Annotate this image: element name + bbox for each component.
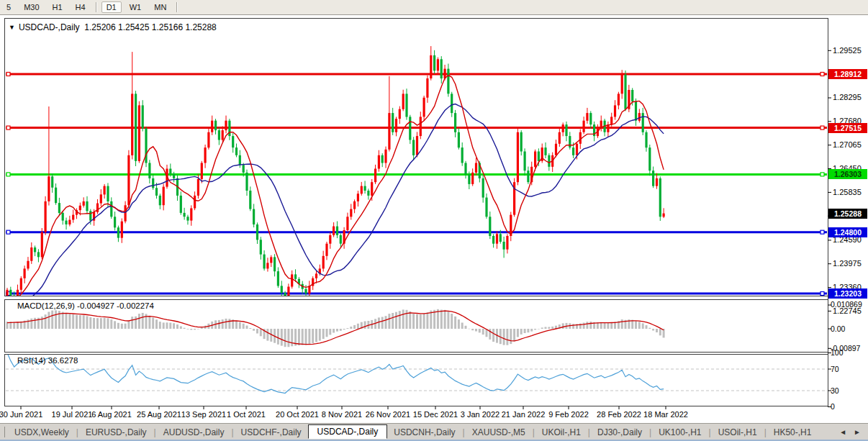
chart-dropdown-icon[interactable]: ▼	[9, 24, 15, 31]
date-axis-label: 21 Jan 2022	[502, 410, 546, 419]
timeframe-button-h4[interactable]: H4	[71, 1, 91, 13]
chart-tab-uk100[interactable]: UK100-,H1	[652, 426, 707, 439]
chart-tab-ukoil[interactable]: UKOil-,H1	[535, 426, 587, 439]
macd-axis-label: 0.00	[831, 324, 845, 333]
rsi-axis-label: 100	[831, 348, 844, 357]
timeframe-button-m30[interactable]: M30	[19, 1, 44, 13]
level-price-tag: 1.28912	[828, 69, 867, 79]
timeframe-button-mn[interactable]: MN	[149, 1, 171, 13]
rsi-axis-label: 0	[831, 402, 835, 411]
date-axis-label: 15 Dec 2021	[413, 410, 458, 419]
date-axis-label: 3 Jan 2022	[461, 410, 499, 419]
tab-stub	[0, 427, 5, 437]
tab-scroll-left-icon[interactable]: ◄	[839, 428, 846, 436]
price-tick-label: 1.23975	[833, 259, 862, 268]
current-price-tag: 1.25288	[828, 209, 867, 219]
date-axis-label: 18 Mar 2022	[643, 410, 688, 419]
trading-terminal: { "toolbar": { "buttons": [ {"label": "5…	[0, 0, 868, 441]
chart-symbol-label: USDCAD-,Daily	[19, 22, 80, 32]
date-axis-label: 13 Sep 2021	[181, 410, 226, 419]
date-axis-label: 6 Aug 2021	[91, 410, 132, 419]
date-axis-label: 25 Aug 2021	[137, 410, 181, 419]
chart-tab-bar: USDX,Weekly|EURUSD-,Daily|AUDUSD-,Daily|…	[0, 423, 868, 440]
macd-axis-label: 0.010869	[831, 300, 862, 309]
chart-tab-usoil[interactable]: USOil-,H1	[712, 426, 764, 439]
rsi-axis-label: 30	[831, 386, 839, 395]
price-tick-label: 1.25835	[833, 188, 862, 196]
chart-tab-usdx[interactable]: USDX,Weekly	[8, 426, 76, 439]
rsi-axis-label: 70	[831, 365, 839, 373]
chart-title: ▼USDCAD-,Daily 1.25206 1.25425 1.25166 1…	[9, 22, 217, 32]
chart-tab-usdchf[interactable]: USDCHF-,Daily	[235, 426, 308, 439]
tab-items: USDX,Weekly|EURUSD-,Daily|AUDUSD-,Daily|…	[8, 425, 818, 440]
chart-tab-xauusd[interactable]: XAUUSD-,M5	[466, 426, 532, 439]
level-price-tag: 1.27515	[828, 123, 867, 133]
timeframe-button-d1[interactable]: D1	[101, 1, 122, 13]
date-axis-label: 28 Feb 2022	[597, 410, 641, 419]
toolbar-separator	[176, 2, 177, 12]
chart-tab-usdcad[interactable]: USDCAD-,Daily	[308, 424, 388, 439]
timeframe-toolbar: 5M30H1H4D1W1MN	[0, 0, 868, 15]
timeframe-button-w1[interactable]: W1	[125, 1, 147, 13]
chart-ohlc-values: 1.25206 1.25425 1.25166 1.25288	[84, 22, 217, 32]
price-tick-label: 1.29525	[833, 46, 862, 55]
date-axis-label: 30 Jun 2021	[0, 410, 42, 419]
timeframe-button-h1[interactable]: H1	[48, 1, 68, 13]
macd-indicator-label: MACD(12,26,9) -0.004927 -0.002274	[17, 301, 154, 310]
timeframe-button-5[interactable]: 5	[1, 1, 16, 13]
toolbar-separator	[96, 2, 96, 12]
chart-tab-hk50[interactable]: HK50-,H1	[767, 426, 818, 439]
date-axis-label: 1 Oct 2021	[227, 410, 266, 419]
level-price-tag: 1.23203	[828, 288, 867, 299]
chart-window: ▼USDCAD-,Daily 1.25206 1.25425 1.25166 1…	[0, 15, 868, 423]
chart-tab-eurusd[interactable]: EURUSD-,Daily	[79, 426, 153, 439]
rsi-panel[interactable]	[4, 354, 828, 406]
chart-tab-dj30[interactable]: DJ30-,Daily	[591, 426, 648, 439]
date-axis-label: 20 Oct 2021	[276, 410, 319, 419]
level-price-tag: 1.24800	[828, 227, 867, 237]
price-chart-panel[interactable]	[4, 18, 828, 296]
level-price-tag: 1.26303	[828, 169, 867, 179]
chart-tab-audusd[interactable]: AUDUSD-,Daily	[157, 426, 231, 439]
date-axis-label: 19 Jul 2021	[52, 410, 93, 419]
date-axis-label: 26 Nov 2021	[366, 410, 410, 419]
chart-tab-usdcnh[interactable]: USDCNH-,Daily	[387, 426, 461, 439]
price-tick-label: 1.28295	[833, 93, 862, 101]
tab-scroll-arrows: ◄ ►	[839, 428, 861, 436]
date-axis-label: 9 Feb 2022	[548, 410, 589, 419]
tab-scroll-right-icon[interactable]: ►	[854, 428, 861, 436]
rsi-indicator-label: RSI(14) 36.6278	[17, 356, 78, 365]
date-axis-label: 8 Nov 2021	[322, 410, 362, 419]
price-tick-label: 1.27065	[833, 140, 862, 149]
